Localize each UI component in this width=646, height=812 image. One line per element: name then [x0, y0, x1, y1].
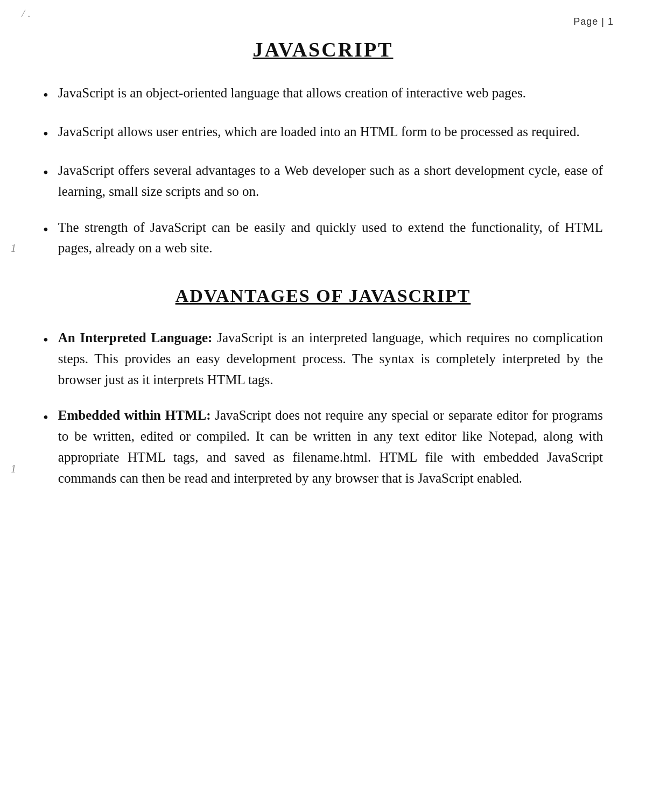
bullet-text: JavaScript offers several advantages to … — [58, 160, 603, 202]
advantages-bullet-list: • An Interpreted Language: JavaScript is… — [43, 328, 603, 489]
list-item: • Embedded within HTML: JavaScript does … — [43, 405, 603, 489]
bullet-text: An Interpreted Language: JavaScript is a… — [58, 328, 603, 390]
advantage-label: Embedded within HTML: — [58, 408, 211, 422]
list-item: • JavaScript offers several advantages t… — [43, 160, 603, 202]
bullet-text: The strength of JavaScript can be easily… — [58, 217, 603, 259]
bullet-symbol: • — [43, 218, 48, 241]
bullet-symbol: • — [43, 123, 48, 145]
list-item: • The strength of JavaScript can be easi… — [43, 217, 603, 259]
main-title: JAVASCRIPT — [43, 38, 603, 61]
intro-bullet-list: • JavaScript is an object-oriented langu… — [43, 83, 603, 259]
advantage-label: An Interpreted Language: — [58, 330, 213, 345]
bullet-text: Embedded within HTML: JavaScript does no… — [58, 405, 603, 489]
bullet-symbol: • — [43, 329, 48, 351]
list-item: • An Interpreted Language: JavaScript is… — [43, 328, 603, 390]
bullet-symbol: • — [43, 406, 48, 429]
list-item: • JavaScript is an object-oriented langu… — [43, 83, 603, 107]
list-item: • JavaScript allows user entries, which … — [43, 122, 603, 145]
side-mark-left2: 1 — [11, 463, 16, 475]
side-mark-left: 1 — [11, 242, 16, 255]
bullet-text: JavaScript allows user entries, which ar… — [58, 122, 603, 143]
section-title: ADVANTAGES OF JAVASCRIPT — [43, 286, 603, 306]
bullet-symbol: • — [43, 161, 48, 184]
bullet-symbol: • — [43, 84, 48, 107]
bullet-text: JavaScript is an object-oriented languag… — [58, 83, 603, 104]
page-number: Page | 1 — [573, 16, 614, 27]
corner-mark: / . — [22, 6, 31, 20]
page: / . Page | 1 1 1 JAVASCRIPT • JavaScript… — [0, 0, 646, 812]
